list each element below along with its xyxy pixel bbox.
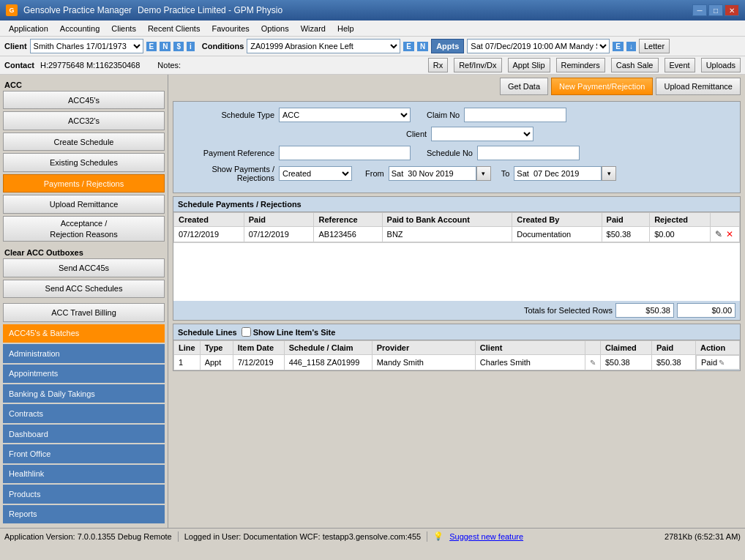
line-pencil-icon[interactable]: ✎	[590, 359, 596, 367]
menu-help[interactable]: Help	[332, 23, 360, 34]
to-date-input[interactable]	[514, 166, 602, 181]
lines-col-schedule-claim: Schedule / Claim	[284, 341, 372, 355]
practice-name: Demo Practice Limited - GPM Physio	[138, 5, 282, 15]
letter-button[interactable]: Letter	[639, 39, 670, 53]
cell-created: 07/12/2019	[174, 227, 244, 242]
get-data-button[interactable]: Get Data	[500, 78, 548, 95]
show-payments-select[interactable]: Created	[279, 166, 352, 181]
line-edit-icon[interactable]: ✎	[585, 355, 601, 370]
appts-select[interactable]: Sat 07/Dec/2019 10:00 AM Mandy Smith	[467, 39, 610, 53]
schedule-no-input[interactable]	[477, 146, 580, 160]
nav-administration[interactable]: Administration	[3, 344, 165, 362]
nav-contracts[interactable]: Contracts	[3, 404, 165, 422]
send-acc45s-button[interactable]: Send ACC45s	[3, 258, 165, 277]
menu-application[interactable]: Application	[3, 23, 54, 34]
schedule-lines-title: Schedule Lines	[178, 328, 237, 337]
schedule-payments-table: Created Paid Reference Paid to Bank Acco…	[173, 212, 740, 242]
conditions-select[interactable]: ZA01999 Abrasion Knee Left	[247, 39, 400, 53]
nav-banking[interactable]: Banking & Daily Takings	[3, 384, 165, 403]
create-schedule-button[interactable]: Create Schedule	[3, 132, 165, 151]
nav-products[interactable]: Products	[3, 485, 165, 503]
lines-col-claimed: Claimed	[601, 341, 652, 355]
menu-accounting[interactable]: Accounting	[54, 23, 105, 34]
col-created-by: Created By	[512, 213, 602, 227]
lines-col-type: Type	[200, 341, 233, 355]
close-button[interactable]: ✕	[725, 4, 739, 16]
show-line-items-checkbox-label[interactable]: Show Line Item's Site	[242, 327, 336, 337]
rx-button[interactable]: Rx	[428, 58, 448, 72]
title-bar: G Gensolve Practice Manager Demo Practic…	[0, 0, 745, 20]
upload-remittance-btn[interactable]: Upload Remittance	[656, 78, 741, 95]
col-reference: Reference	[314, 213, 382, 227]
payment-ref-input[interactable]	[279, 146, 411, 160]
row-edit-icon[interactable]: ✎	[715, 229, 722, 239]
client-n-indicator: N	[160, 42, 171, 51]
schedule-no-label: Schedule No	[427, 149, 473, 157]
line-paid: $50.38	[652, 355, 696, 370]
from-date-input[interactable]	[389, 166, 476, 181]
row-delete-icon[interactable]: ✕	[726, 229, 733, 239]
payment-ref-label: Payment Reference	[179, 149, 274, 157]
acc-travel-billing-button[interactable]: ACC Travel Billing	[3, 303, 165, 321]
suggest-feature[interactable]: Suggest new feature	[449, 532, 523, 541]
schedule-type-select[interactable]: ACC	[279, 108, 411, 122]
payments-rejections-button[interactable]: Payments / Rejections	[3, 174, 165, 193]
reminders-button[interactable]: Reminders	[556, 58, 605, 72]
client-select[interactable]: Smith Charles 17/01/1973	[30, 39, 143, 53]
schedule-lines-header: Schedule Lines Show Line Item's Site	[173, 324, 740, 340]
notes-label: Notes:	[157, 61, 181, 70]
nav-acc45s-batches[interactable]: ACC45's & Batches	[3, 324, 165, 343]
menu-favourites[interactable]: Favourites	[206, 23, 255, 34]
from-date-picker-button[interactable]: ▾	[476, 166, 491, 181]
show-payments-label: Show Payments / Rejections	[179, 165, 274, 182]
claim-no-input[interactable]	[464, 108, 566, 122]
new-payment-rejection-button[interactable]: New Payment/Rejection	[551, 78, 653, 95]
existing-schedules-button[interactable]: Existing Schedules	[3, 153, 165, 171]
line-action-icon[interactable]: ✎	[719, 359, 725, 367]
schedule-lines-section: Schedule Lines Show Line Item's Site Lin…	[173, 324, 741, 371]
nav-dashboard[interactable]: Dashboard	[3, 425, 165, 443]
send-acc-schedules-button[interactable]: Send ACC Schedules	[3, 280, 165, 298]
minimize-button[interactable]: ─	[692, 4, 707, 16]
col-rejected: Rejected	[650, 213, 711, 227]
col-actions-header	[711, 213, 740, 227]
schedule-type-label: Schedule Type	[179, 111, 274, 119]
acc32s-button[interactable]: ACC32's	[3, 111, 165, 130]
ref-inv-dx-button[interactable]: Ref/Inv/Dx	[454, 58, 501, 72]
menu-options[interactable]: Options	[255, 23, 295, 34]
acc45s-button[interactable]: ACC45's	[3, 91, 165, 109]
acc-label: ACC	[3, 78, 165, 91]
appts-e-indicator: E	[613, 42, 624, 51]
maximize-button[interactable]: □	[708, 4, 723, 16]
status-sep-2	[427, 531, 427, 542]
cond-n-indicator: N	[417, 42, 428, 51]
acceptance-rejection-button[interactable]: Acceptance / Rejection Reasons	[3, 216, 165, 242]
from-label: From	[365, 169, 384, 178]
contact-row: Contact H:29775648 M:1162350468 Notes: R…	[0, 56, 745, 75]
contact-label: Contact	[4, 61, 34, 70]
nav-healthlink[interactable]: Healthlink	[3, 465, 165, 483]
client-dollar-indicator: $	[173, 42, 184, 51]
show-line-items-label: Show Line Item's Site	[253, 328, 336, 337]
event-button[interactable]: Event	[664, 58, 695, 72]
appts-button[interactable]: Appts	[431, 39, 464, 53]
menu-recent-clients[interactable]: Recent Clients	[142, 23, 206, 34]
nav-reports[interactable]: Reports	[3, 505, 165, 523]
show-line-items-checkbox[interactable]	[242, 327, 251, 337]
cond-e-indicator: E	[403, 42, 414, 51]
line-number: 1	[174, 355, 201, 370]
line-schedule-claim: 446_1158 ZA01999	[284, 355, 372, 370]
menu-clients[interactable]: Clients	[105, 23, 142, 34]
uploads-button[interactable]: Uploads	[701, 58, 741, 72]
appt-slip-button[interactable]: Appt Slip	[508, 58, 550, 72]
nav-appointments[interactable]: Appointments	[3, 365, 165, 383]
upload-remittance-button[interactable]: Upload Remittance	[3, 195, 165, 213]
cash-sale-button[interactable]: Cash Sale	[611, 58, 659, 72]
to-label: To	[501, 169, 510, 178]
to-date-picker-button[interactable]: ▾	[602, 166, 616, 181]
nav-front-office[interactable]: Front Office	[3, 444, 165, 463]
client-form-select[interactable]	[431, 127, 534, 141]
col-paid-amount: Paid	[602, 213, 650, 227]
menu-wizard[interactable]: Wizard	[295, 23, 332, 34]
lightbulb-icon: 💡	[433, 531, 443, 541]
